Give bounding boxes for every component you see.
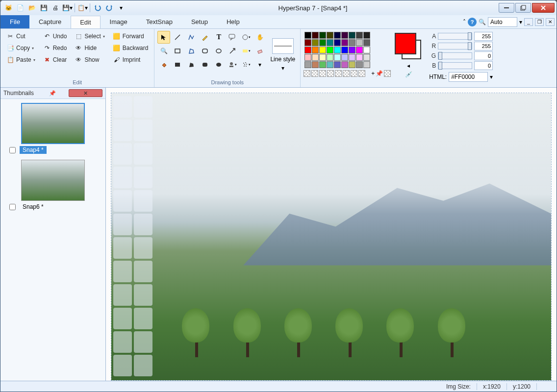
palette-swatch[interactable] xyxy=(304,47,311,53)
palette-swatch[interactable] xyxy=(312,32,319,39)
palette-swatch[interactable] xyxy=(356,47,363,53)
palette-swatch[interactable] xyxy=(363,39,370,46)
palette-swatch[interactable] xyxy=(319,54,326,61)
collapse-ribbon-icon[interactable]: ˄ xyxy=(463,19,466,25)
mdi-restore-button[interactable]: ❐ xyxy=(535,18,544,26)
palette-swatch[interactable] xyxy=(319,47,326,53)
palette-swatch[interactable] xyxy=(334,47,341,53)
palette-swatch[interactable] xyxy=(304,39,311,46)
thumbnail-item[interactable]: Snap6 * xyxy=(4,160,101,211)
roundrect-tool[interactable] xyxy=(199,45,211,57)
palette-swatch[interactable] xyxy=(334,32,341,39)
backward-button[interactable]: 🟨Backward xyxy=(110,43,152,53)
select-button[interactable]: ⬚Select▾ xyxy=(72,31,107,42)
recent-swatch[interactable] xyxy=(319,70,326,77)
recent-swatch[interactable] xyxy=(343,70,350,77)
palette-swatch[interactable] xyxy=(356,32,363,39)
swap-colors-icon[interactable]: ◂ xyxy=(407,62,410,69)
ellipse-tool[interactable] xyxy=(212,45,225,57)
palette-swatch[interactable] xyxy=(363,54,370,61)
imprint-button[interactable]: 🖌Imprint xyxy=(110,54,152,65)
copy-button[interactable]: 📑Copy▾ xyxy=(3,43,38,53)
canvas-area[interactable] xyxy=(106,88,557,381)
magnify-tool[interactable]: 🔍 xyxy=(157,45,170,57)
recent-swatch[interactable] xyxy=(304,70,310,77)
thumbnail-image[interactable] xyxy=(21,103,85,144)
palette-swatch[interactable] xyxy=(349,61,355,68)
palette-swatch[interactable] xyxy=(327,47,333,53)
tab-capture[interactable]: Capture xyxy=(29,15,71,28)
palette-swatch[interactable] xyxy=(363,61,370,68)
thumbnail-item[interactable]: Snap4 * xyxy=(4,103,101,154)
filled-ellipse-tool[interactable] xyxy=(212,58,225,71)
zoom-icon[interactable]: 🔍 xyxy=(479,19,486,25)
callout-tool[interactable] xyxy=(226,31,239,44)
palette-swatch[interactable] xyxy=(319,39,326,46)
color-more-icon[interactable]: ▾ xyxy=(490,74,493,80)
zoom-input[interactable] xyxy=(488,17,517,27)
palette-swatch[interactable] xyxy=(304,32,311,39)
transparent-icon[interactable] xyxy=(384,70,391,77)
tab-edit[interactable]: Edit xyxy=(71,16,100,28)
print-icon[interactable]: 🖨 xyxy=(50,2,61,13)
pin-swatch-icon[interactable]: 📌 xyxy=(376,70,383,77)
maximize-button[interactable] xyxy=(515,3,531,13)
undo-qa-icon[interactable] xyxy=(92,2,103,13)
highlight-tool[interactable]: ▾ xyxy=(240,45,253,57)
pointer-tool[interactable] xyxy=(157,31,170,44)
canvas[interactable] xyxy=(111,93,552,381)
tab-setup[interactable]: Setup xyxy=(182,15,217,28)
palette-swatch[interactable] xyxy=(334,61,341,68)
filled-polygon-tool[interactable] xyxy=(185,58,198,71)
palette-swatch[interactable] xyxy=(312,54,319,61)
palette-swatch[interactable] xyxy=(341,39,348,46)
filled-roundrect-tool[interactable] xyxy=(199,58,211,71)
thumbnail-image[interactable] xyxy=(21,160,85,201)
palette-swatch[interactable] xyxy=(341,32,348,39)
panel-close-icon[interactable]: ✕ xyxy=(69,89,102,97)
undo-button[interactable]: ↶Undo xyxy=(40,31,70,42)
green-value[interactable] xyxy=(474,51,493,60)
palette-swatch[interactable] xyxy=(327,39,333,46)
recent-swatch[interactable] xyxy=(351,70,357,77)
palette-swatch[interactable] xyxy=(327,32,333,39)
palette-swatch[interactable] xyxy=(349,32,355,39)
thumbnail-checkbox[interactable] xyxy=(9,204,16,210)
palette-swatch[interactable] xyxy=(327,61,333,68)
filled-rect-tool[interactable] xyxy=(171,58,184,71)
paste-button[interactable]: 📋Paste▾ xyxy=(3,54,38,65)
qa-more-icon[interactable]: ▾ xyxy=(116,2,127,13)
recent-swatch[interactable] xyxy=(335,70,342,77)
forward-button[interactable]: 🟨Forward xyxy=(110,31,152,42)
clear-button[interactable]: ✖Clear xyxy=(40,54,70,65)
html-color-input[interactable] xyxy=(449,72,488,82)
stamp-tool[interactable]: ▾ xyxy=(226,58,239,71)
fg-swatch[interactable] xyxy=(395,33,416,54)
pencil-tool[interactable] xyxy=(199,31,211,44)
palette-swatch[interactable] xyxy=(304,54,311,61)
recent-swatch[interactable] xyxy=(327,70,334,77)
add-swatch-icon[interactable]: + xyxy=(371,70,375,77)
palette-swatch[interactable] xyxy=(319,32,326,39)
mdi-close-button[interactable]: ✕ xyxy=(546,18,555,26)
saveas-icon[interactable]: 💾▾ xyxy=(62,2,73,13)
redo-qa-icon[interactable] xyxy=(104,2,115,13)
palette-swatch[interactable] xyxy=(356,54,363,61)
rect-tool[interactable] xyxy=(171,45,184,57)
open-icon[interactable]: 📂 xyxy=(26,2,37,13)
palette-swatch[interactable] xyxy=(349,47,355,53)
palette-swatch[interactable] xyxy=(312,39,319,46)
line-tool[interactable] xyxy=(171,31,184,44)
cut-button[interactable]: ✂Cut xyxy=(3,31,38,42)
palette-swatch[interactable] xyxy=(363,47,370,53)
eyedropper-icon[interactable]: 💉 xyxy=(405,71,412,78)
polygon-tool[interactable] xyxy=(185,45,198,57)
pan-tool[interactable]: ✋ xyxy=(253,31,266,44)
fill-tool[interactable] xyxy=(157,58,170,71)
spray-tool[interactable]: ▾ xyxy=(240,58,253,71)
red-slider[interactable] xyxy=(438,43,472,49)
palette-swatch[interactable] xyxy=(356,39,363,46)
recent-swatch[interactable] xyxy=(311,70,318,77)
eraser-tool[interactable] xyxy=(253,45,266,57)
save-icon[interactable]: 💾 xyxy=(38,2,49,13)
